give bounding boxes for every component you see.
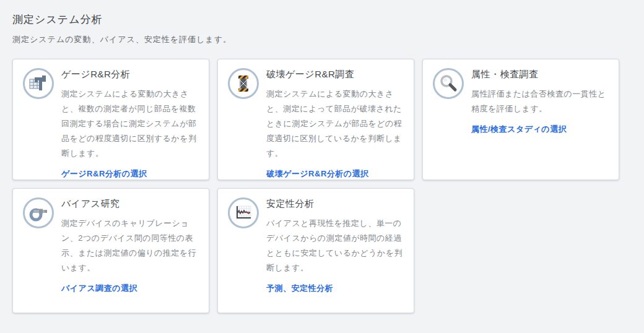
- card-gage-rr: ゲージR&R分析 測定システムによる変動の大きさと、複数の測定者が同じ部品を複数…: [12, 59, 209, 180]
- magnifier-icon: [433, 68, 464, 99]
- card-stability-analysis: 安定性分析 バイアスと再現性を推定し、単一のデバイスからの測定値が時間の経過とと…: [217, 188, 414, 313]
- card-description-attribute: 属性評価または合否検査の一貫性と精度を評価します。: [471, 87, 612, 116]
- card-row-2: バイアス研究 測定デバイスのキャリブレーション、2つのデバイス間の同等性の表示、…: [12, 188, 632, 313]
- attribute-inspection-select-link[interactable]: 属性/検査スタディの選択: [471, 124, 567, 135]
- card-description-stability: バイアスと再現性を推定し、単一のデバイスからの測定値が時間の経過とともに安定して…: [266, 216, 407, 275]
- card-description-gage-rr: 測定システムによる変動の大きさと、複数の測定者が同じ部品を複数回測定する場合に測…: [61, 87, 202, 161]
- card-description-bias: 測定デバイスのキャリブレーション、2つのデバイス間の同等性の表示、または測定値の…: [61, 216, 202, 275]
- card-bias-study: バイアス研究 測定デバイスのキャリブレーション、2つのデバイス間の同等性の表示、…: [12, 188, 209, 313]
- control-chart-icon: [228, 197, 259, 228]
- card-title-bias: バイアス研究: [61, 198, 202, 210]
- msa-page: 測定システム分析 測定システムの変動、バイアス、安定性を評価します。 ゲージR&…: [0, 0, 644, 313]
- card-description-destructive: 測定システムによる変動の大きさと、測定によって部品が破壊されたときに測定システム…: [266, 87, 407, 161]
- crushed-part-icon: [228, 68, 259, 99]
- page-title: 測定システム分析: [12, 12, 632, 27]
- card-attribute-inspection: 属性・検査調査 属性評価または合否検査の一貫性と精度を評価します。 属性/検査ス…: [422, 59, 619, 180]
- card-title-attribute: 属性・検査調査: [471, 69, 612, 80]
- destructive-gage-rr-select-link[interactable]: 破壊ゲージR&R分析の選択: [266, 168, 369, 179]
- stability-analysis-link[interactable]: 予測、安定性分析: [266, 283, 333, 294]
- card-row-1: ゲージR&R分析 測定システムによる変動の大きさと、複数の測定者が同じ部品を複数…: [12, 59, 632, 180]
- gage-rr-select-link[interactable]: ゲージR&R分析の選択: [61, 168, 147, 179]
- card-title-stability: 安定性分析: [266, 198, 407, 210]
- page-subtitle: 測定システムの変動、バイアス、安定性を評価します。: [12, 34, 632, 45]
- caliper-worksheet-icon: [23, 68, 54, 99]
- micrometer-icon: [23, 197, 54, 228]
- card-destructive-gage-rr: 破壊ゲージR&R調査 測定システムによる変動の大きさと、測定によって部品が破壊さ…: [217, 59, 414, 180]
- bias-study-select-link[interactable]: バイアス調査の選択: [61, 283, 137, 294]
- card-title-gage-rr: ゲージR&R分析: [61, 69, 202, 80]
- card-title-destructive: 破壊ゲージR&R調査: [266, 69, 407, 80]
